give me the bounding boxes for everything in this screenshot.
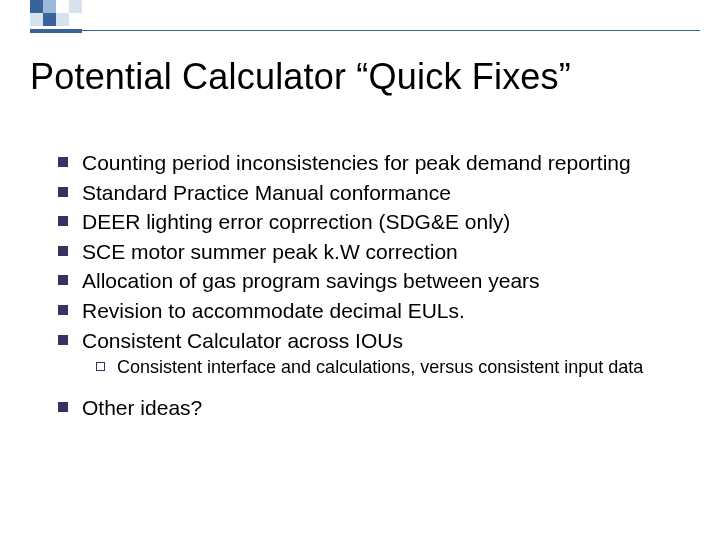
bullet-text: Counting period inconsistencies for peak… (82, 150, 680, 176)
list-item: DEER lighting error coprrection (SDG&E o… (58, 209, 680, 235)
list-item: Standard Practice Manual conformance (58, 180, 680, 206)
bullet-text: Revision to accommodate decimal EULs. (82, 298, 680, 324)
square-bullet-icon (58, 275, 68, 285)
horizontal-rule (30, 30, 700, 32)
square-bullet-icon (58, 335, 68, 345)
bullet-text: Standard Practice Manual conformance (82, 180, 680, 206)
list-item: Consistent Calculator across IOUs (58, 328, 680, 354)
list-item: Allocation of gas program savings betwee… (58, 268, 680, 294)
list-item: SCE motor summer peak k.W correction (58, 239, 680, 265)
bullet-text: Other ideas? (82, 395, 680, 421)
hollow-square-bullet-icon (96, 362, 105, 371)
list-item: Revision to accommodate decimal EULs. (58, 298, 680, 324)
sub-bullet-text: Consistent interface and calculations, v… (117, 357, 680, 379)
list-item: Other ideas? (58, 395, 680, 421)
square-bullet-icon (58, 246, 68, 256)
square-bullet-icon (58, 305, 68, 315)
square-bullet-icon (58, 157, 68, 167)
bullet-text: DEER lighting error coprrection (SDG&E o… (82, 209, 680, 235)
list-item: Counting period inconsistencies for peak… (58, 150, 680, 176)
square-bullet-icon (58, 402, 68, 412)
bullet-text: SCE motor summer peak k.W correction (82, 239, 680, 265)
sub-list: Consistent interface and calculations, v… (96, 357, 680, 379)
sub-list-item: Consistent interface and calculations, v… (96, 357, 680, 379)
square-bullet-icon (58, 187, 68, 197)
square-bullet-icon (58, 216, 68, 226)
bullet-text: Consistent Calculator across IOUs (82, 328, 680, 354)
slide: Potential Calculator “Quick Fixes” Count… (0, 0, 720, 540)
corner-decoration (30, 0, 82, 26)
slide-body: Counting period inconsistencies for peak… (58, 150, 680, 425)
slide-title: Potential Calculator “Quick Fixes” (30, 56, 690, 98)
bullet-text: Allocation of gas program savings betwee… (82, 268, 680, 294)
